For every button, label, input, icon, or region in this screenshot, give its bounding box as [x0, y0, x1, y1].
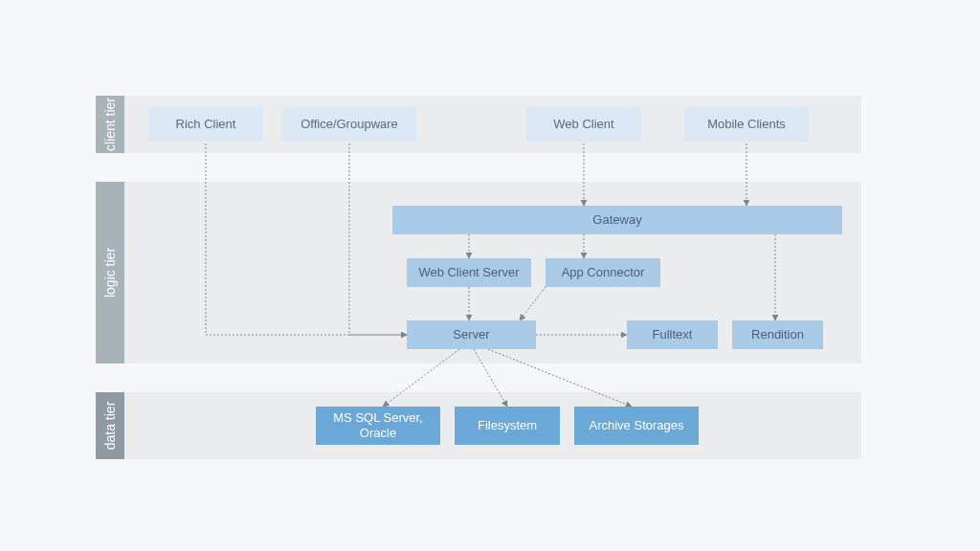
data-tier-text: data tier — [102, 402, 118, 451]
node-rich-client: Rich Client — [148, 107, 263, 142]
node-mobile-clients: Mobile Clients — [684, 107, 809, 142]
data-tier-label: data tier — [96, 392, 124, 459]
node-office-groupware: Office/Groupware — [282, 107, 416, 142]
logic-tier-text: logic tier — [102, 248, 118, 298]
node-fulltext: Fulltext — [627, 320, 718, 349]
architecture-diagram: client tier logic tier data tier — [96, 96, 861, 469]
node-archive: Archive Storages — [574, 407, 699, 445]
node-web-client: Web Client — [526, 107, 641, 142]
node-gateway: Gateway — [392, 206, 842, 234]
node-filesystem: Filesystem — [455, 407, 560, 445]
node-app-connector: App Connector — [546, 258, 660, 287]
logic-tier-label: logic tier — [96, 182, 124, 364]
node-server: Server — [407, 320, 536, 349]
node-web-client-server: Web Client Server — [407, 258, 531, 287]
client-tier-label: client tier — [96, 96, 124, 153]
client-tier-text: client tier — [102, 98, 118, 151]
node-rendition: Rendition — [732, 320, 823, 349]
node-db: MS SQL Server, Oracle — [316, 407, 440, 445]
